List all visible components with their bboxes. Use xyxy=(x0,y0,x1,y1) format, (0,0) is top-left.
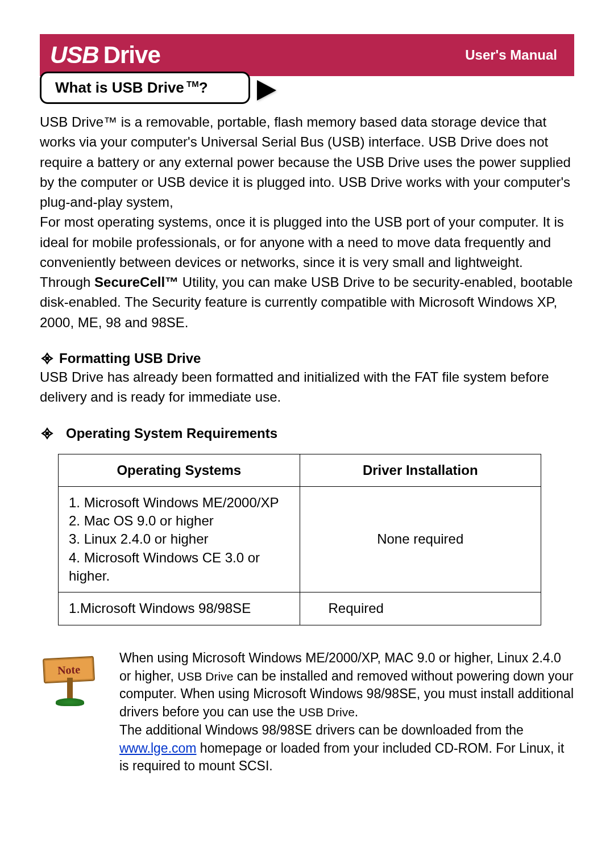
formatting-section: Formatting USB Drive USB Drive has alrea… xyxy=(40,350,574,407)
note-icon: Note xyxy=(40,649,102,706)
os-item: 1. Microsoft Windows ME/2000/XP xyxy=(69,495,279,510)
diamond-bullet-icon xyxy=(40,426,55,441)
formatting-title: Formatting USB Drive xyxy=(59,350,201,366)
os-item: 1.Microsoft Windows 98/98SE xyxy=(69,600,251,616)
section-title-tm: TM xyxy=(184,79,199,89)
note-grass xyxy=(56,698,84,706)
formatting-body: USB Drive has already been formatted and… xyxy=(40,368,574,407)
os-item: 3. Linux 2.4.0 or higher xyxy=(69,531,209,546)
os-req-header: Operating System Requirements xyxy=(40,425,574,441)
logo-drive-text: Drive xyxy=(103,41,160,68)
os-req-title: Operating System Requirements xyxy=(66,425,277,441)
os-item: 2. Mac OS 9.0 or higher xyxy=(69,513,214,528)
page-content: USBDrive User's Manual What is USB Drive… xyxy=(0,0,614,798)
table-row: 1. Microsoft Windows ME/2000/XP 2. Mac O… xyxy=(59,486,541,592)
formatting-header: Formatting USB Drive xyxy=(40,350,574,366)
users-manual-label: User's Manual xyxy=(465,47,557,63)
os-requirements-table: Operating Systems Driver Installation 1.… xyxy=(58,454,541,625)
note-usbdrive-1: USB Drive xyxy=(177,670,233,683)
os-req-section: Operating System Requirements Operating … xyxy=(40,425,574,625)
lge-link[interactable]: www.lge.com xyxy=(119,741,196,756)
svg-point-0 xyxy=(45,357,49,361)
note-usbdrive-2: USB Drive xyxy=(299,706,355,719)
note-section: Note When using Microsoft Windows ME/200… xyxy=(40,649,574,775)
intro-paragraph: USB Drive™ is a removable, portable, fla… xyxy=(40,112,574,332)
arrow-icon xyxy=(257,80,276,101)
section-title-suffix: ? xyxy=(199,79,208,96)
table-cell-os-list: 1. Microsoft Windows ME/2000/XP 2. Mac O… xyxy=(59,486,300,592)
header-banner: USBDrive User's Manual xyxy=(40,34,574,76)
os-item: 4. Microsoft Windows CE 3.0 or higher. xyxy=(69,550,260,583)
section-title: What is USB Drive TM? xyxy=(55,79,208,96)
table-cell-driver: None required xyxy=(300,486,541,592)
section-title-container: What is USB Drive TM? xyxy=(40,72,574,104)
svg-point-1 xyxy=(45,431,49,435)
note-text-3: . xyxy=(355,704,358,719)
section-title-prefix: What is USB Drive xyxy=(55,79,184,96)
table-header-row: Operating Systems Driver Installation xyxy=(59,454,541,486)
table-cell-driver: Required xyxy=(300,592,541,625)
section-title-box: What is USB Drive TM? xyxy=(40,72,250,104)
table-header-driver: Driver Installation xyxy=(300,454,541,486)
table-row: 1.Microsoft Windows 98/98SE Required xyxy=(59,592,541,625)
table-header-os: Operating Systems xyxy=(59,454,300,486)
note-text-4: The additional Windows 98/98SE drivers c… xyxy=(119,723,524,737)
intro-text-1: USB Drive™ is a removable, portable, fla… xyxy=(40,114,571,210)
logo: USBDrive xyxy=(50,41,160,69)
table-cell-os-list: 1.Microsoft Windows 98/98SE xyxy=(59,592,300,625)
logo-usb-text: USB xyxy=(50,41,99,68)
note-text: When using Microsoft Windows ME/2000/XP,… xyxy=(119,649,574,775)
securecell-bold: SecureCell™ xyxy=(94,274,179,290)
diamond-bullet-icon xyxy=(40,351,55,366)
